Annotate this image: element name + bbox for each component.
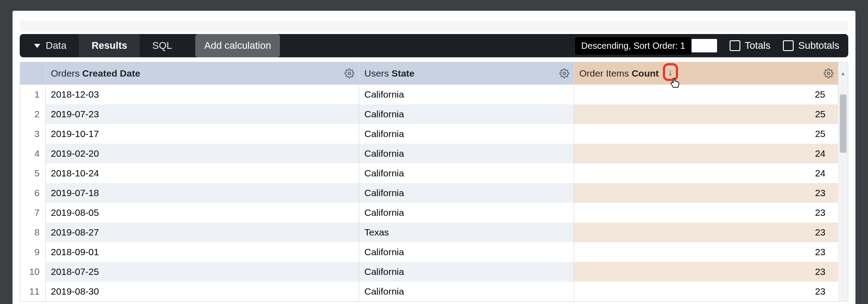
sort-tooltip: Descending, Sort Order: 1 <box>575 37 692 55</box>
cell-created-date[interactable]: 2019-08-27 <box>45 223 359 242</box>
header-orders-created-date[interactable]: Orders Created Date <box>45 62 359 85</box>
toolbar-right: Descending, Sort Order: 1 Row Limit Tota… <box>626 34 839 57</box>
cell-created-date[interactable]: 2019-08-30 <box>45 282 359 301</box>
cell-created-date[interactable]: 2018-12-03 <box>45 85 359 104</box>
cell-created-date[interactable]: 2019-10-17 <box>45 124 359 144</box>
cell-count[interactable]: 24 <box>574 144 838 163</box>
checkbox-icon <box>783 40 794 51</box>
row-number: 7 <box>20 203 45 223</box>
cell-state[interactable]: California <box>359 183 574 203</box>
row-number: 4 <box>20 144 45 163</box>
cell-count[interactable]: 23 <box>574 262 838 282</box>
totals-label: Totals <box>745 40 770 51</box>
cell-state[interactable]: California <box>359 262 574 282</box>
header-col2-strong: State <box>391 68 414 78</box>
cell-created-date[interactable]: 2018-10-24 <box>45 163 359 183</box>
cell-count[interactable]: 24 <box>574 163 838 183</box>
sort-arrow-down-icon[interactable]: ↓ <box>668 67 673 77</box>
add-calculation-button[interactable]: Add calculation <box>195 34 280 57</box>
gear-icon[interactable] <box>344 69 354 78</box>
tab-sql[interactable]: SQL <box>140 34 185 57</box>
row-number: 1 <box>20 85 45 104</box>
explore-toolbar: Data Results SQL Add calculation Descend… <box>20 34 848 57</box>
cell-state[interactable]: California <box>359 282 574 301</box>
row-number: 8 <box>20 223 45 242</box>
cell-state[interactable]: California <box>359 144 574 163</box>
tab-data-label: Data <box>46 40 66 51</box>
cell-created-date[interactable]: 2019-07-18 <box>45 183 359 203</box>
row-number: 5 <box>20 163 45 183</box>
cell-created-date[interactable]: 2018-07-25 <box>45 262 359 282</box>
checkbox-icon <box>730 40 740 51</box>
add-calculation-label: Add calculation <box>204 40 271 51</box>
scrollbar-header: ▲ <box>838 62 848 85</box>
cell-count[interactable]: 25 <box>574 85 838 104</box>
gear-icon[interactable] <box>824 69 834 78</box>
cell-state[interactable]: California <box>359 242 574 262</box>
gear-icon[interactable] <box>559 69 569 78</box>
results-table: Orders Created Date Users State Order It… <box>20 62 848 301</box>
row-number: 3 <box>20 124 45 144</box>
totals-checkbox[interactable]: Totals <box>730 40 770 51</box>
svg-point-1 <box>563 72 566 75</box>
svg-point-0 <box>348 72 351 75</box>
cell-state[interactable]: California <box>359 85 574 104</box>
header-col2-prefix: Users <box>365 68 392 78</box>
row-number: 9 <box>20 242 45 262</box>
cell-count[interactable]: 23 <box>574 183 838 203</box>
scrollbar-track[interactable] <box>838 85 848 301</box>
row-number: 2 <box>20 104 45 124</box>
toolbar-tabs: Data Results SQL Add calculation <box>29 34 280 57</box>
subtotals-checkbox[interactable]: Subtotals <box>783 40 839 51</box>
pointer-cursor-icon <box>670 77 680 92</box>
cell-count[interactable]: 23 <box>574 282 838 301</box>
explore-window: Data Results SQL Add calculation Descend… <box>13 11 855 304</box>
cell-count[interactable]: 23 <box>574 203 838 223</box>
header-col3-strong: Count <box>632 68 659 78</box>
table-row: 72019-08-05California23 <box>20 203 848 223</box>
header-col3-prefix: Order Items <box>580 68 632 78</box>
table-body: 12018-12-03California2522019-07-23Califo… <box>20 85 848 301</box>
table-row: 82019-08-27Texas23 <box>20 223 848 242</box>
subtotals-label: Subtotals <box>798 40 839 51</box>
table-row: 12018-12-03California25 <box>20 85 848 104</box>
cell-state[interactable]: California <box>359 163 574 183</box>
cell-state[interactable]: California <box>359 104 574 124</box>
svg-point-2 <box>827 72 830 75</box>
table-row: 32019-10-17California25 <box>20 124 848 144</box>
header-col1-strong: Created Date <box>82 68 141 78</box>
top-spacer <box>20 21 848 31</box>
chevron-down-icon <box>34 44 40 48</box>
header-users-state[interactable]: Users State <box>359 62 574 85</box>
cell-created-date[interactable]: 2019-07-23 <box>45 104 359 124</box>
header-col1-prefix: Orders <box>51 68 82 78</box>
table-row: 92018-09-01California23 <box>20 242 848 262</box>
tab-sql-label: SQL <box>152 40 172 51</box>
cell-count[interactable]: 25 <box>574 104 838 124</box>
header-row: Orders Created Date Users State Order It… <box>20 62 848 85</box>
table-row: 42019-02-20California24 <box>20 144 848 163</box>
cell-created-date[interactable]: 2018-09-01 <box>45 242 359 262</box>
cell-state[interactable]: Texas <box>359 223 574 242</box>
row-number: 11 <box>20 282 45 301</box>
cell-count[interactable]: 25 <box>574 124 838 144</box>
table-row: 112019-08-30California23 <box>20 282 848 301</box>
row-number: 6 <box>20 183 45 203</box>
cell-count[interactable]: 23 <box>574 223 838 242</box>
table-row: 52018-10-24California24 <box>20 163 848 183</box>
header-rownum <box>20 62 45 85</box>
tab-results[interactable]: Results <box>79 34 139 57</box>
tab-data[interactable]: Data <box>29 34 79 57</box>
row-number: 10 <box>20 262 45 282</box>
header-order-items-count[interactable]: Order Items Count ↓ <box>574 62 838 85</box>
cell-created-date[interactable]: 2019-08-05 <box>45 203 359 223</box>
cell-created-date[interactable]: 2019-02-20 <box>45 144 359 163</box>
cell-state[interactable]: California <box>359 203 574 223</box>
scroll-up-arrow-icon[interactable]: ▲ <box>838 69 848 78</box>
scrollbar-thumb[interactable] <box>840 94 847 153</box>
cell-state[interactable]: California <box>359 124 574 144</box>
tab-results-label: Results <box>91 40 127 51</box>
results-table-wrap: Orders Created Date Users State Order It… <box>20 62 848 302</box>
cell-count[interactable]: 23 <box>574 242 838 262</box>
table-row: 22019-07-23California25 <box>20 104 848 124</box>
